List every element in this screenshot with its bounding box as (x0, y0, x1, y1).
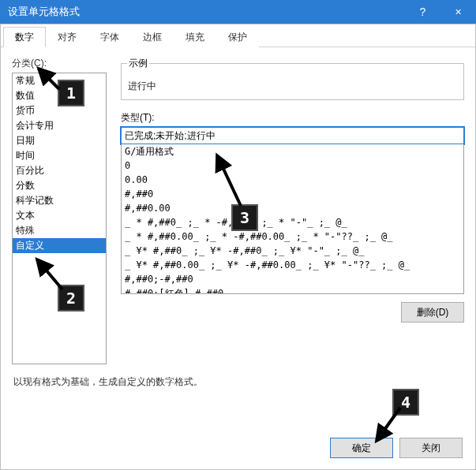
format-item[interactable]: #,##0 (122, 187, 463, 201)
category-list[interactable]: 常规 数值 货币 会计专用 日期 时间 百分比 分数 科学记数 文本 特殊 自定… (12, 73, 107, 364)
category-item[interactable]: 时间 (13, 148, 106, 163)
format-item[interactable]: _ ¥* #,##0_ ;_ ¥* -#,##0_ ;_ ¥* "-"_ ;_ … (122, 244, 463, 258)
help-button[interactable]: ? (405, 0, 440, 24)
detail-panel: 示例 进行中 类型(T): G/通用格式 0 0.00 #,##0 #,##0.… (121, 57, 464, 364)
delete-row: 删除(D) (121, 302, 464, 323)
sample-label: 示例 (127, 57, 149, 70)
dialog-body: 数字 对齐 字体 边框 填充 保护 分类(C): 常规 数值 货币 会计专用 日… (0, 24, 476, 470)
format-item[interactable]: #,##0;[红色]-#,##0 (122, 286, 463, 294)
format-list[interactable]: G/通用格式 0 0.00 #,##0 #,##0.00 _ * #,##0_ … (121, 144, 464, 294)
window-title: 设置单元格格式 (8, 5, 405, 19)
category-item[interactable]: 分数 (13, 178, 106, 193)
format-item[interactable]: 0 (122, 159, 463, 173)
tab-number[interactable]: 数字 (3, 27, 46, 47)
tab-font[interactable]: 字体 (88, 27, 131, 47)
category-panel: 分类(C): 常规 数值 货币 会计专用 日期 时间 百分比 分数 科学记数 文… (12, 57, 107, 364)
category-item[interactable]: 货币 (13, 103, 106, 118)
category-item[interactable]: 文本 (13, 208, 106, 223)
format-item[interactable]: #,##0;-#,##0 (122, 272, 463, 286)
category-item[interactable]: 数值 (13, 88, 106, 103)
type-input[interactable] (121, 127, 464, 144)
format-item[interactable]: 0.00 (122, 173, 463, 187)
tab-protect[interactable]: 保护 (216, 27, 259, 47)
close-dialog-button[interactable]: 关闭 (399, 438, 463, 458)
type-label: 类型(T): (121, 111, 464, 125)
ok-button[interactable]: 确定 (330, 438, 393, 458)
category-item[interactable]: 日期 (13, 133, 106, 148)
sample-group: 示例 进行中 (121, 57, 464, 100)
delete-button[interactable]: 删除(D) (401, 302, 464, 323)
category-item[interactable]: 科学记数 (13, 193, 106, 208)
window-controls: ? × (405, 0, 476, 24)
format-item[interactable]: _ * #,##0.00_ ;_ * -#,##0.00_ ;_ * "-"??… (122, 229, 463, 244)
format-item[interactable]: _ ¥* #,##0.00_ ;_ ¥* -#,##0.00_ ;_ ¥* "-… (122, 258, 463, 272)
tab-bar: 数字 对齐 字体 边框 填充 保护 (1, 26, 475, 47)
tab-border[interactable]: 边框 (131, 27, 174, 47)
category-item[interactable]: 百分比 (13, 163, 106, 178)
tab-align[interactable]: 对齐 (46, 27, 88, 47)
category-item[interactable]: 特殊 (13, 223, 106, 238)
sample-frame: 进行中 (121, 63, 464, 100)
dialog-footer: 确定 关闭 (330, 438, 463, 458)
category-item[interactable]: 常规 (13, 73, 106, 88)
svg-line-3 (377, 408, 400, 441)
content-area: 分类(C): 常规 数值 货币 会计专用 日期 时间 百分比 分数 科学记数 文… (1, 47, 475, 364)
tab-fill[interactable]: 填充 (174, 27, 216, 47)
category-item-custom[interactable]: 自定义 (13, 238, 106, 253)
format-item[interactable]: G/通用格式 (122, 144, 463, 159)
category-label: 分类(C): (12, 57, 107, 70)
category-item[interactable]: 会计专用 (13, 118, 106, 133)
sample-value: 进行中 (128, 80, 457, 93)
close-button[interactable]: × (440, 0, 476, 24)
hint-text: 以现有格式为基础，生成自定义的数字格式。 (1, 364, 475, 400)
format-item[interactable]: _ * #,##0_ ;_ * -#,##0_ ;_ * "-"_ ;_ @_ (122, 215, 463, 229)
format-item[interactable]: #,##0.00 (122, 201, 463, 215)
title-bar: 设置单元格格式 ? × (0, 0, 476, 24)
